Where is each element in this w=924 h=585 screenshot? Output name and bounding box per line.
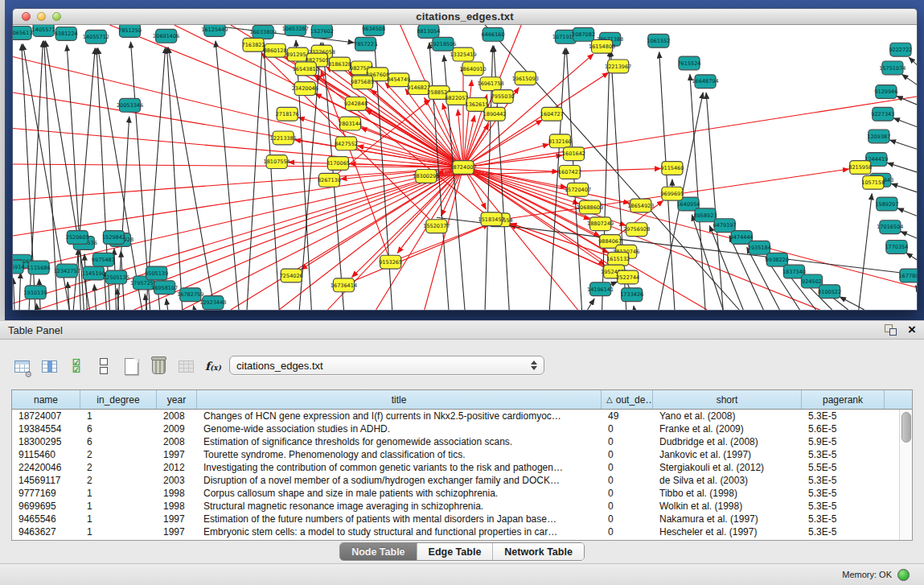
graph-node[interactable]: 9505139 — [145, 266, 168, 280]
column-header-year[interactable]: year — [157, 390, 197, 409]
graph-node[interactable]: 924502 — [801, 274, 822, 288]
graph-edge[interactable] — [588, 299, 595, 310]
graph-node[interactable]: 1057158 — [861, 175, 885, 189]
graph-node[interactable]: 16961758 — [478, 77, 504, 91]
graph-edge[interactable] — [906, 253, 917, 259]
graph-edge[interactable] — [463, 155, 563, 167]
table-scrollbar[interactable] — [899, 410, 912, 540]
graph-edge[interactable] — [166, 47, 182, 310]
graph-node[interactable]: 9153265 — [379, 255, 402, 269]
graph-node[interactable]: 12505135 — [103, 270, 129, 284]
graph-node[interactable]: 9129946 — [874, 85, 897, 99]
graph-node[interactable]: 15720407 — [565, 183, 591, 196]
graph-node[interactable]: 9222722 — [889, 43, 912, 56]
float-panel-icon[interactable] — [885, 324, 897, 336]
graph-node[interactable]: 8132160 — [548, 134, 572, 148]
graph-edge[interactable] — [14, 278, 14, 310]
graph-node[interactable]: 16125449 — [201, 25, 228, 36]
graph-node[interactable]: 9875685 — [351, 76, 374, 89]
graph-node[interactable]: 6479197 — [713, 219, 737, 233]
graph-node[interactable]: 1890442 — [483, 107, 507, 121]
graph-node[interactable]: 16154808 — [589, 39, 615, 53]
graph-edge[interactable] — [36, 303, 37, 310]
tab-node-table[interactable]: Node Table — [340, 543, 416, 560]
graph-node[interactable]: 18107554 — [264, 155, 290, 169]
network-view[interactable]: 2065613140557193812241405571278512502069… — [13, 25, 917, 310]
graph-node[interactable]: 3915914 — [13, 260, 25, 274]
column-header-name[interactable]: name — [12, 390, 80, 409]
graph-node[interactable]: 2522744 — [616, 270, 639, 284]
table-settings-icon[interactable]: ⚙ — [11, 356, 32, 377]
column-header-pagerank[interactable]: pagerank — [802, 390, 885, 409]
table-scrollbar-thumb[interactable] — [901, 412, 911, 443]
graph-node[interactable]: 2520605 — [66, 231, 89, 245]
graph-node[interactable]: 18724007 — [450, 161, 476, 175]
graph-node[interactable]: 8427552 — [335, 137, 358, 150]
graph-node[interactable]: 9242848 — [344, 97, 368, 110]
tab-edge-table[interactable]: Edge Table — [417, 543, 493, 560]
graph-node[interactable]: 16543812 — [293, 62, 319, 76]
graph-edge[interactable] — [909, 57, 917, 64]
graph-node[interactable]: 19218506 — [429, 37, 456, 51]
column-header-in-degree[interactable]: in_degree — [80, 390, 157, 409]
graph-node[interactable]: 1209387 — [867, 130, 890, 143]
function-builder-icon[interactable]: f(x) — [203, 356, 224, 377]
table-select-dropdown[interactable]: citations_edges.txt — [229, 356, 544, 375]
graph-node[interactable]: 20053346 — [117, 98, 143, 112]
minimize-window-icon[interactable] — [37, 12, 46, 21]
graph-node[interactable]: 8860128 — [264, 43, 287, 57]
graph-edge[interactable] — [840, 297, 864, 310]
graph-node[interactable]: 1145190 — [82, 266, 105, 280]
graph-node[interactable]: 8215958 — [848, 161, 872, 175]
graph-node[interactable]: 15183457 — [478, 212, 505, 226]
close-panel-icon[interactable]: × — [908, 324, 916, 336]
graph-node[interactable]: 1615132 — [606, 252, 630, 266]
memory-ok-icon[interactable] — [897, 569, 910, 581]
graph-node[interactable]: 29756928 — [623, 223, 650, 237]
graph-edge[interactable] — [166, 299, 168, 310]
graph-node[interactable]: 9227343 — [871, 107, 894, 121]
graph-node[interactable]: 12342757 — [54, 264, 80, 278]
graph-edge[interactable] — [887, 163, 917, 172]
graph-node[interactable]: 16736414 — [331, 278, 357, 292]
graph-node[interactable]: 1677803 — [898, 269, 917, 282]
graph-node[interactable]: 12213967 — [605, 60, 631, 73]
graph-node[interactable]: 1527602 — [310, 25, 334, 38]
graph-node[interactable]: 18300295 — [413, 169, 439, 183]
table-row[interactable]: 1456911722003Disruption of a novel membe… — [12, 474, 912, 487]
graph-edge[interactable] — [634, 306, 634, 310]
graph-edge[interactable] — [13, 167, 463, 200]
column-header-short[interactable]: short — [653, 390, 802, 409]
table-row[interactable]: 946554611997Estimation of the future num… — [12, 513, 912, 525]
graph-edge[interactable] — [463, 167, 917, 287]
graph-node[interactable]: 3170065 — [326, 157, 350, 171]
graph-edge[interactable] — [193, 306, 194, 310]
graph-node[interactable]: 14196141 — [587, 282, 614, 296]
graph-node[interactable]: 9381224 — [55, 27, 78, 40]
graph-node[interactable]: 1405571 — [32, 25, 55, 36]
graph-edge[interactable] — [343, 225, 489, 286]
table-row[interactable]: 2242004622012Investigating the contribut… — [12, 461, 912, 474]
graph-node[interactable]: 7615524 — [677, 56, 700, 70]
graph-node[interactable]: 9938220 — [766, 253, 789, 266]
graph-node[interactable]: 9699695 — [660, 187, 684, 200]
graph-node[interactable]: 8186328 — [328, 57, 351, 71]
network-graph[interactable]: 2065613140557193812241405571278512502069… — [13, 25, 917, 310]
graph-node[interactable]: 2935184 — [748, 241, 771, 254]
graph-node[interactable]: 16958107 — [151, 281, 178, 295]
graph-node[interactable]: 16648794 — [692, 75, 718, 89]
graph-node[interactable]: 1589297 — [875, 197, 898, 211]
graph-edge[interactable] — [19, 273, 21, 310]
tab-network-table[interactable]: Network Table — [492, 543, 584, 560]
graph-node[interactable]: 1529842 — [102, 231, 125, 245]
graph-node[interactable]: 14055712 — [83, 30, 109, 43]
graph-edge[interactable] — [706, 93, 723, 310]
graph-edge[interactable] — [901, 74, 917, 84]
graph-node[interactable]: 1604727 — [540, 107, 564, 121]
graph-node[interactable]: 15520377 — [423, 220, 450, 233]
graph-node[interactable]: 8813054 — [417, 25, 440, 38]
graph-node[interactable]: 12923448 — [199, 296, 226, 310]
graph-node[interactable]: 8267130 — [318, 173, 341, 187]
graph-node[interactable]: 7955030 — [491, 90, 515, 104]
graph-edge[interactable] — [366, 109, 463, 167]
